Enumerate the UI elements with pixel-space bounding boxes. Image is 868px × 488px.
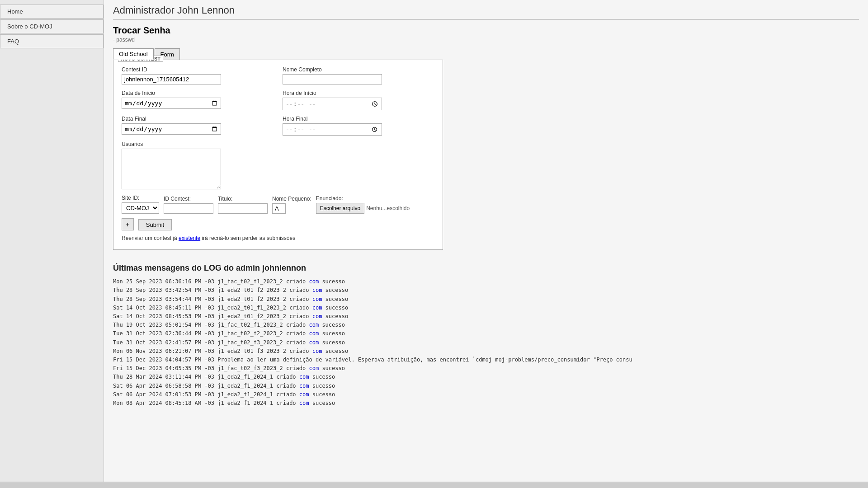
log-entry: Thu 19 Oct 2023 05:01:54 PM -03 j1_fac_t… (113, 321, 859, 329)
nome-pequeno-input[interactable] (272, 203, 286, 214)
main-content: Administrador John Lennon Trocar Senha -… (104, 0, 868, 488)
page-subtitle: - passwd (113, 37, 859, 43)
log-entry: Sat 14 Oct 2023 08:45:53 PM -03 j1_eda2_… (113, 312, 859, 321)
enunciado-label: Enunciado: (316, 195, 410, 202)
log-entry: Mon 06 Nov 2023 06:21:07 PM -03 j1_eda2_… (113, 347, 859, 356)
id-contest-label: ID Contest: (164, 196, 213, 202)
site-id-group: Site ID: CD-MOJ (122, 195, 159, 214)
hora-final-label: Hora Final (283, 116, 434, 122)
nome-pequeno-label: Nome Pequeno: (272, 196, 311, 202)
submit-button[interactable]: Submit (138, 219, 172, 230)
log-entry: Thu 28 Mar 2024 03:11:44 PM -03 j1_eda2_… (113, 373, 859, 381)
site-id-select[interactable]: CD-MOJ (122, 202, 159, 214)
info-text: Reenviar um contest já existente irá rec… (122, 235, 434, 241)
log-entry: Sat 14 Oct 2023 08:45:11 PM -03 j1_eda2_… (113, 304, 859, 312)
form-panel: NOVO CONTEST Contest ID Nome Completo Da… (113, 60, 443, 250)
log-entry: Fri 15 Dec 2023 04:04:57 PM -03 Problema… (113, 356, 859, 364)
file-none-label: Nenhu...escolhido (366, 205, 410, 211)
hora-inicio-input[interactable] (283, 98, 382, 110)
log-entry: Mon 25 Sep 2023 06:36:16 PM -03 j1_fac_t… (113, 277, 859, 286)
log-entry: Sat 06 Apr 2024 06:58:58 PM -03 j1_eda2_… (113, 382, 859, 390)
usuarios-group: Usuarios (122, 141, 434, 189)
titulo-group: Titulo: (218, 196, 268, 214)
sidebar-item-home[interactable]: Home (0, 5, 104, 19)
data-inicio-group: Data de Início (122, 90, 274, 110)
usuarios-textarea[interactable] (122, 149, 221, 189)
log-entry: Sat 06 Apr 2024 07:01:53 PM -03 j1_eda2_… (113, 390, 859, 399)
contest-id-input[interactable] (122, 74, 221, 84)
inline-row: Site ID: CD-MOJ ID Contest: Titulo: Nome… (122, 195, 434, 214)
titulo-input[interactable] (218, 203, 268, 214)
hora-inicio-group: Hora de Início (283, 90, 434, 110)
contest-id-label: Contest ID (122, 66, 274, 73)
page-header: Administrador John Lennon (113, 5, 859, 20)
log-title: Últimas mensagens do LOG do admin johnle… (113, 263, 859, 273)
log-entry: Fri 15 Dec 2023 04:05:35 PM -03 j1_fac_t… (113, 364, 859, 373)
id-contest-group: ID Contest: (164, 196, 213, 214)
horizontal-scrollbar[interactable] (0, 482, 868, 488)
log-section: Últimas mensagens do LOG do admin johnle… (113, 263, 859, 408)
form-row-1: Contest ID Nome Completo (122, 66, 434, 84)
enunciado-group: Enunciado: Escolher arquivo Nenhu...esco… (316, 195, 410, 214)
add-button[interactable]: + (122, 218, 134, 230)
nome-completo-input[interactable] (283, 74, 382, 84)
form-row-3: Data Final Hora Final (122, 116, 434, 136)
hora-inicio-label: Hora de Início (283, 90, 434, 96)
form-row-2: Data de Início Hora de Início (122, 90, 434, 110)
nome-pequeno-group: Nome Pequeno: (272, 196, 311, 214)
sidebar-item-faq[interactable]: FAQ (0, 34, 104, 48)
log-entry: Thu 28 Sep 2023 03:42:54 PM -03 j1_eda2_… (113, 286, 859, 295)
log-entry: Mon 08 Apr 2024 08:45:18 AM -03 j1_eda2_… (113, 399, 859, 408)
tab-old-school[interactable]: Old School (113, 48, 154, 60)
site-id-label: Site ID: (122, 195, 159, 201)
data-final-label: Data Final (122, 116, 274, 122)
hora-final-group: Hora Final (283, 116, 434, 136)
tabs: Old School Form (113, 48, 859, 60)
id-contest-input[interactable] (164, 203, 213, 214)
existente-link[interactable]: existente (179, 235, 200, 241)
enunciado-row: Escolher arquivo Nenhu...escolhido (316, 203, 410, 214)
hora-final-input[interactable] (283, 123, 382, 136)
log-entry: Tue 31 Oct 2023 02:36:44 PM -03 j1_fac_t… (113, 329, 859, 338)
log-entry: Thu 28 Sep 2023 03:54:44 PM -03 j1_eda2_… (113, 295, 859, 304)
nome-completo-label: Nome Completo (283, 66, 434, 73)
form-row-4: Usuarios (122, 141, 434, 189)
page-title: Trocar Senha (113, 25, 859, 36)
data-final-input[interactable] (122, 123, 221, 135)
log-entry: Tue 31 Oct 2023 02:41:57 PM -03 j1_fac_t… (113, 338, 859, 347)
data-inicio-input[interactable] (122, 98, 221, 109)
contest-id-group: Contest ID (122, 66, 274, 84)
titulo-label: Titulo: (218, 196, 268, 202)
sidebar-item-sobre[interactable]: Sobre o CD-MOJ (0, 19, 104, 33)
choose-file-button[interactable]: Escolher arquivo (316, 203, 364, 214)
log-entries: Mon 25 Sep 2023 06:36:16 PM -03 j1_fac_t… (113, 277, 859, 408)
usuarios-label: Usuarios (122, 141, 434, 147)
action-row: + Submit (122, 218, 434, 230)
sidebar: Home Sobre o CD-MOJ FAQ (0, 0, 104, 488)
nome-completo-group: Nome Completo (283, 66, 434, 84)
data-inicio-label: Data de Início (122, 90, 274, 96)
data-final-group: Data Final (122, 116, 274, 136)
